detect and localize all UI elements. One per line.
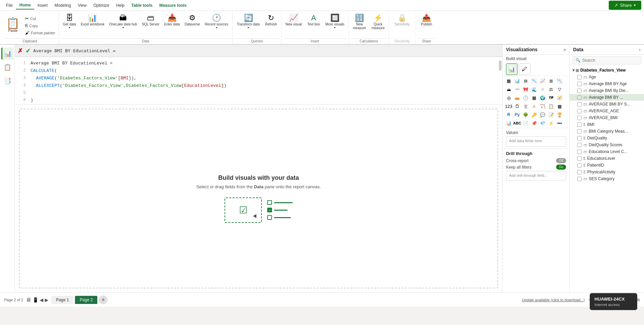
share-button[interactable]: ↗ Share ▾ [609,1,641,10]
refresh-button[interactable]: ↻ Refresh [263,12,279,27]
azure-map-icon[interactable]: 🧭 [555,94,564,102]
prev-page-button[interactable]: ◀ [40,297,43,303]
stacked-bar-icon[interactable]: ▦ [505,77,513,85]
field-average-bmi[interactable]: 🗃 AVERAGE_BMI [570,114,644,121]
sidebar-report-icon[interactable]: 📊 [1,47,14,60]
ribbon-chart-icon[interactable]: 🎀 [522,85,530,93]
recent-sources-button[interactable]: 🕐 Recent sources ▾ [203,12,230,31]
matrix-icon[interactable]: ▦ [555,102,564,110]
optimize-menu[interactable]: Optimize [90,2,113,9]
paginated-icon[interactable]: 📄 [522,119,530,127]
text-box-button[interactable]: A Text box [305,12,322,27]
sql-server-button[interactable]: 🗃 SQL Server [140,12,161,27]
field-ses-category[interactable]: 🗃 SES Category [570,175,644,182]
smart-narrative-icon[interactable]: 📝 [547,111,555,119]
new-visual-button[interactable]: 📈 New visual [284,12,304,27]
100pct-col-icon[interactable]: ▥ [547,77,555,85]
treemap-icon[interactable]: ▦ [530,94,538,102]
keep-filters-toggle[interactable]: On [556,165,566,170]
onelake-button[interactable]: 🏔 OneLake data hub ▾ [107,12,139,31]
qa-visual-icon[interactable]: 💬 [539,111,547,119]
multirow-card-icon[interactable]: 🗒 [513,102,521,110]
field-education-level[interactable]: Σ EducationLevel [570,155,644,162]
values-dropzone[interactable]: Add data fields here [506,136,566,147]
field-avg-bmi-s[interactable]: 🗃 AVERAGE BMI BY S... [570,101,644,108]
barchart-icon2[interactable]: 📊 [505,119,513,127]
paint-icon[interactable]: 🖊 [519,63,530,75]
trophy-icon[interactable]: 🏆 [555,111,564,119]
code-editor[interactable]: 1 Average BMI BY EducationLevel = 2 CALC… [15,57,502,104]
dataverse-button[interactable]: ⚙ Dataverse [182,12,202,27]
paste-button[interactable]: 📋 Paste [3,16,22,34]
insert-menu[interactable]: Insert [34,2,51,9]
chart-icon[interactable]: 📊 [506,63,518,75]
next-page-button[interactable]: ▶ [45,297,48,303]
line-cluster-icon[interactable]: 〰 [513,85,521,93]
file-menu[interactable]: File [3,2,16,9]
slicerbar-icon[interactable]: ⚠ [530,102,538,110]
gauge-icon[interactable]: 🕐 [522,94,530,102]
viz-expand-button[interactable]: » [563,47,566,52]
pie-icon[interactable]: 🥧 [513,94,521,102]
python-icon[interactable]: Py [513,111,521,119]
get-data-button[interactable]: 🗄 Get data ▾ [61,12,78,31]
data-expand-button[interactable]: › [639,47,641,52]
field-edu-level-c[interactable]: 🗃 Educationa Level C... [570,148,644,155]
combo-icon[interactable]: ⚖ [547,85,555,93]
stacked-col-icon[interactable]: 📉 [530,77,538,85]
lightning-icon[interactable]: ⚡ [547,119,555,127]
add-page-button[interactable]: + [99,295,108,304]
tree-table-header[interactable]: ▾ ▦ Diabetes_Factors_View [570,67,644,74]
cancel-formula-button[interactable]: ✗ [18,48,23,54]
help-menu[interactable]: Help [113,2,128,9]
r-visual-icon[interactable]: R [505,111,513,119]
more-visuals-button[interactable]: 🔲 More visuals ▾ [323,12,346,31]
view-menu[interactable]: View [74,2,90,9]
drill-dropzone[interactable]: Add drill-through field... [506,171,566,180]
field-avg-bmi-age[interactable]: 🗃 Average BMI BY Age [570,80,644,87]
transform-data-button[interactable]: 🔄 Transform data ▾ [235,12,261,31]
page1-tab[interactable]: Page 1 [51,296,74,304]
publish-button[interactable]: 📤 Publish [417,12,435,27]
modeling-menu[interactable]: Modeling [51,2,75,9]
table-tools-menu[interactable]: Table tools [128,2,156,9]
quick-measure-button[interactable]: ⚡ Quickmeasure [369,12,387,31]
card-icon[interactable]: 🃏 [522,102,530,110]
field-avg-bmi-die[interactable]: 🗃 Average BMI By Die... [570,87,644,94]
sensitivity-button[interactable]: 🔒 Sensitivity [391,12,413,27]
bullet-chart-icon[interactable]: 🏹 [539,102,547,110]
sidebar-table-icon[interactable]: 📋 [1,61,14,73]
search-input[interactable] [582,58,638,63]
field-average-age[interactable]: 🗃 AVERAGE_AGE [570,108,644,114]
format-painter-button[interactable]: 🖌 Format painter [24,30,57,36]
key-influencers-icon[interactable]: 🔑 [530,111,538,119]
field-bmi[interactable]: Σ BMI [570,121,644,128]
new-measure-button[interactable]: 🔢 Newmeasure [351,12,368,31]
field-bmi-cat[interactable]: 🗃 BMI Category Meas... [570,128,644,135]
decomp-tree-icon[interactable]: 🌳 [522,111,530,119]
sidebar-model-icon[interactable]: 📑 [1,75,14,87]
line-icon[interactable]: 📉 [555,77,564,85]
field-dietquality-scores[interactable]: 🗃 DietQuality Scores [570,141,644,148]
waterfall-icon[interactable]: 🌊 [530,85,538,93]
scatter-icon[interactable]: ⁘ [539,85,547,93]
clustered-bar-icon[interactable]: 📊 [513,77,521,85]
measure-tools-menu[interactable]: Measure tools [156,2,190,9]
pin-icon[interactable]: 📌 [530,119,538,127]
page2-tab[interactable]: Page 2 [75,296,97,304]
field-patient-id[interactable]: Σ PatientID [570,162,644,169]
confirm-formula-button[interactable]: ✓ [25,48,31,54]
update-notice[interactable]: Update available (click to download...) [522,298,585,302]
field-dietquality[interactable]: Σ DietQuality [570,135,644,141]
home-menu[interactable]: Home [16,1,34,9]
field-physical-activity[interactable]: Σ PhysicalActivity [570,169,644,175]
abc-icon[interactable]: ABC [513,119,521,127]
mobile-view-button[interactable]: 📱 [33,297,38,303]
100pct-bar-icon[interactable]: ▤ [522,77,530,85]
enter-data-button[interactable]: 📥 Enter data [162,12,182,27]
desktop-view-button[interactable]: 🖥 [26,297,31,303]
copy-button[interactable]: ⎘ Copy [24,22,57,29]
diamond-icon[interactable]: 💎 [539,119,547,127]
shape-map-icon[interactable]: 🗺 [547,94,555,102]
field-avg-bmi-highlighted[interactable]: 🗃 Average BMI BY ... [570,94,644,101]
